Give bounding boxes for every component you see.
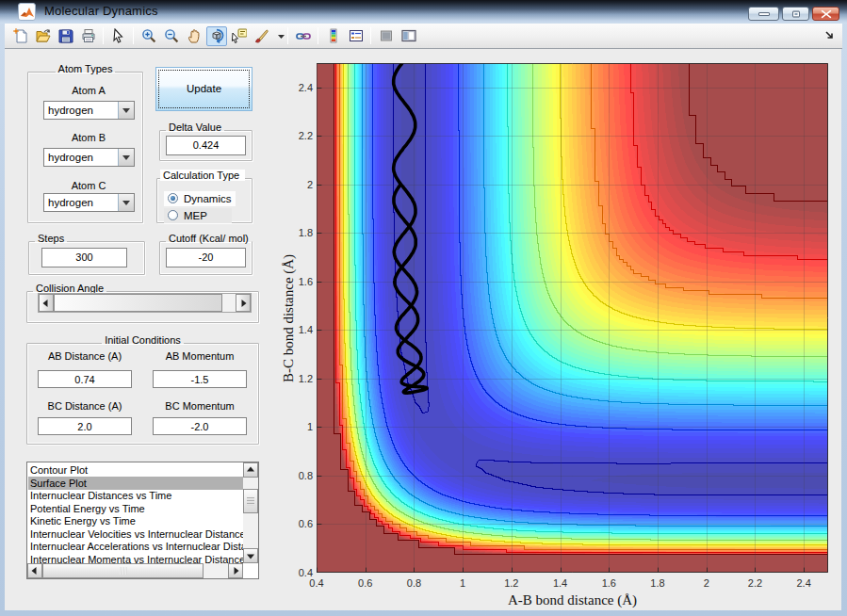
zoom-out-icon [164,28,179,43]
brush-data-button[interactable] [252,26,272,46]
atom-a-dropdown-icon[interactable] [118,102,134,119]
down-triangle-icon [247,555,254,563]
insert-colorbar-button[interactable] [323,26,344,46]
insert-legend-button[interactable] [346,26,366,46]
steps-field[interactable]: 300 [41,248,127,267]
y-tick-label: 1.6 [299,276,313,287]
save-figure-button[interactable] [56,26,76,46]
steps-legend: Steps [35,233,67,244]
atom-a-select[interactable]: hydrogen [43,101,135,120]
toolbar-overflow-arrow[interactable] [825,31,835,41]
potential-energy-contour-plot[interactable] [317,63,828,573]
brush-data-icon [254,28,269,43]
toolbar-separator [318,27,318,44]
atom-b-dropdown-icon[interactable] [118,149,134,166]
atom-b-select[interactable]: hydrogen [43,148,135,167]
up-triangle-icon [247,463,254,472]
ab-distance-label: AB Distance (A) [38,350,132,362]
vscroll-up-button[interactable] [243,462,258,478]
plot-list-item[interactable]: Surface Plot [28,477,244,490]
x-tick-label: 1 [460,577,465,589]
slider-left-arrow[interactable] [39,294,54,312]
ab-momentum-field[interactable]: -1.5 [153,370,247,388]
link-plot-button[interactable] [293,26,314,46]
insert-legend-icon [349,28,364,43]
radio-dynamics-label: Dynamics [184,192,231,206]
restore-button[interactable] [782,7,809,21]
y-tick-label: 1.4 [299,324,313,335]
x-tick-label: 2.4 [796,577,810,589]
atom-b-label: Atom B [43,132,134,143]
slider-right-arrow[interactable] [236,294,251,312]
pan-hand-button[interactable] [184,26,204,46]
bc-distance-label: BC Distance (A) [38,400,132,412]
close-button[interactable] [812,7,839,21]
brush-dropdown-icon [277,28,285,43]
x-tick-label: 1.2 [504,577,518,589]
plot-list-item[interactable]: Internuclear Velocities vs Internuclear … [28,527,244,541]
delta-value-field[interactable]: 0.424 [166,136,246,155]
data-cursor-button[interactable] [229,26,250,46]
radio-dynamics[interactable]: Dynamics [164,191,236,206]
grip-line [122,567,124,575]
radio-mep[interactable]: MEP [164,208,232,223]
show-plot-tools-dock-icon [401,28,416,43]
edit-plot-arrow-button[interactable] [108,26,129,46]
plot-list-item[interactable]: Internuclear Accelerations vs Internucle… [28,540,244,553]
open-file-icon [36,28,51,43]
vscroll-down-button[interactable] [243,548,258,563]
hscroll-thumb[interactable] [42,563,204,578]
new-figure-button[interactable] [10,26,31,46]
atom-c-dropdown-icon[interactable] [118,194,134,211]
print-figure-button[interactable] [78,26,99,46]
plot-list-item[interactable]: Contour Plot [28,463,244,477]
right-triangle-icon [242,300,251,307]
rotate-3d-icon [209,28,224,43]
radio-mep-icon [168,210,178,220]
y-tick-label: 1.8 [299,227,313,238]
right-triangle-icon [235,567,243,575]
thumb-grip [120,567,127,575]
slider-thumb[interactable] [54,294,222,312]
rotate-3d-button[interactable] [206,26,227,46]
plot-type-listbox[interactable]: Contour PlotSurface PlotInternuclear Dis… [26,462,259,579]
cutoff-field[interactable]: -20 [166,248,246,267]
vscroll-thumb[interactable] [243,489,258,513]
cutoff-legend: Cutoff (Kcal/ mol) [166,233,252,244]
minimize-button[interactable] [748,7,779,21]
show-plot-tools-dock-button[interactable] [399,26,419,46]
y-tick-label: 0.4 [299,567,313,578]
hscroll-right-button[interactable] [228,563,243,578]
zoom-in-button[interactable] [138,26,159,46]
open-file-button[interactable] [33,26,54,46]
data-cursor-icon [232,28,247,43]
left-triangle-icon [28,567,37,575]
matlab-membrane-icon [19,4,37,22]
atom-c-select[interactable]: hydrogen [43,193,135,212]
bc-distance-field[interactable]: 2.0 [38,417,132,435]
plot-list-item[interactable]: Internuclear Distances vs Time [28,489,244,502]
zoom-out-button[interactable] [161,26,182,46]
bc-momentum-field[interactable]: -2.0 [153,417,247,435]
hide-plot-tools-button[interactable] [376,26,397,46]
collision-angle-slider[interactable] [38,293,252,313]
left-triangle-icon [40,300,48,307]
grip-line [247,503,254,505]
x-tick-label: 2.2 [748,577,762,589]
y-tick-label: 2 [307,179,313,190]
window-title: Molecular Dynamics [44,4,158,18]
plot-list-item[interactable]: Potential Energy vs Time [28,502,244,515]
listbox-hscrollbar[interactable] [27,563,243,578]
close-icon [821,9,831,18]
listbox-vscrollbar[interactable] [243,462,258,563]
plot-list-item[interactable]: Kinetic Energy vs Time [28,514,244,527]
y-tick-label: 1 [307,421,313,432]
ab-distance-field[interactable]: 0.74 [38,370,132,388]
y-tick-label: 0.8 [299,470,313,481]
toolbar-separator [287,27,288,44]
figure-client-area: Atom Types Atom A hydrogen Atom B hydrog… [5,49,841,610]
radio-dynamics-icon [168,193,178,203]
brush-dropdown-button[interactable] [274,26,284,46]
update-button[interactable]: Update [155,67,252,111]
hscroll-left-button[interactable] [27,563,42,578]
